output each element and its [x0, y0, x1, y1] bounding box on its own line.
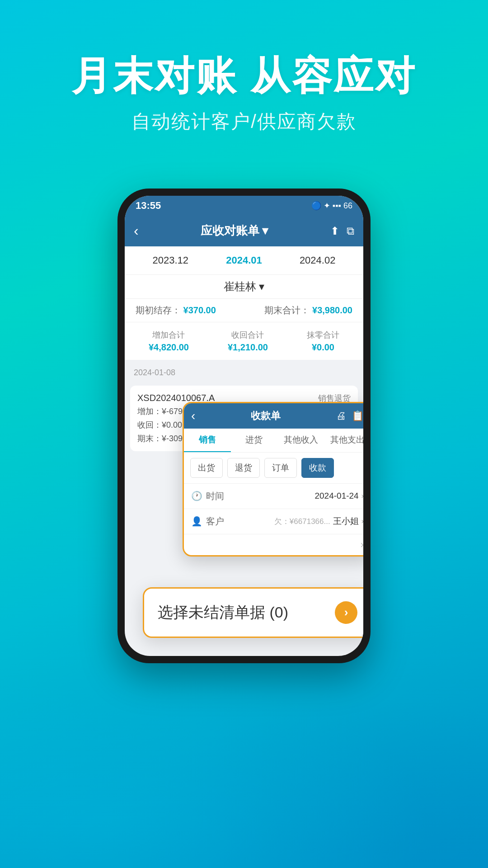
- payment-type-row: 出货 退货 订单 收款: [184, 453, 363, 483]
- stat-add: 增加合计 ¥4,820.00: [149, 330, 189, 353]
- tab-other-expense[interactable]: 其他支出: [324, 429, 364, 452]
- phone-screen: 13:55 🔵 ✦ ▪▪▪ 66 ‹ 应收对账单 ▾ ⬆ ⧉ 2023.12 2…: [125, 196, 363, 656]
- more-row[interactable]: ›: [184, 534, 363, 555]
- stat-zero: 抹零合计 ¥0.00: [307, 330, 339, 353]
- customer-debt: 欠：¥6671366...: [274, 516, 330, 527]
- stats-row: 增加合计 ¥4,820.00 收回合计 ¥1,210.00 抹零合计 ¥0.00: [125, 322, 363, 363]
- status-icons: 🔵 ✦ ▪▪▪ 66: [311, 201, 352, 211]
- date-tab-2024-02[interactable]: 2024.02: [300, 255, 336, 266]
- payment-card: ‹ 收款单 🖨 📋 销售 进货 其他收入 其他支出 出货 退货 订单: [183, 402, 363, 557]
- background-wave: [0, 642, 488, 868]
- tab-sales[interactable]: 销售: [184, 429, 231, 452]
- customer-row[interactable]: 崔桂林 ▾: [125, 275, 363, 299]
- payment-tabs: 销售 进货 其他收入 其他支出: [184, 429, 363, 453]
- back-button[interactable]: ‹: [134, 222, 139, 239]
- type-btn-delivery[interactable]: 出货: [190, 458, 223, 478]
- bottom-card-arrow[interactable]: ›: [335, 601, 357, 624]
- customer-icon: 👤: [191, 516, 202, 527]
- tab-other-income[interactable]: 其他收入: [277, 429, 324, 452]
- type-btn-return[interactable]: 退货: [227, 458, 260, 478]
- phone-container: 13:55 🔵 ✦ ▪▪▪ 66 ‹ 应收对账单 ▾ ⬆ ⧉ 2023.12 2…: [0, 189, 488, 663]
- more-chevron: ›: [361, 539, 363, 550]
- type-btn-payment[interactable]: 收款: [301, 458, 334, 478]
- customer-chevron: ›: [361, 517, 363, 525]
- customer-name: 崔桂林: [224, 279, 256, 294]
- payment-field-customer[interactable]: 👤 客户 欠：¥6671366... 王小姐 ›: [184, 509, 363, 534]
- export-icon[interactable]: ⬆: [330, 225, 339, 237]
- date-tab-2023-12[interactable]: 2023.12: [153, 255, 189, 266]
- main-title: 月末对账 从容应对: [0, 54, 488, 98]
- bottom-card-text: 选择未结清单据 (0): [158, 602, 288, 623]
- nav-bar: ‹ 应收对账单 ▾ ⬆ ⧉: [125, 216, 363, 246]
- time-value: 2024-01-24 ›: [314, 491, 363, 501]
- payment-field-time[interactable]: 🕐 时间 2024-01-24 ›: [184, 483, 363, 509]
- customer-value: 欠：¥6671366... 王小姐 ›: [274, 515, 363, 527]
- time-icon: 🕐: [191, 491, 202, 501]
- filter-icon[interactable]: ⧉: [347, 225, 354, 237]
- phone-frame: 13:55 🔵 ✦ ▪▪▪ 66 ‹ 应收对账单 ▾ ⬆ ⧉ 2023.12 2…: [117, 189, 371, 663]
- stat-collect: 收回合计 ¥1,210.00: [228, 330, 268, 353]
- time-label: 🕐 时间: [191, 490, 224, 502]
- nav-actions: ⬆ ⧉: [330, 225, 354, 237]
- closing-balance: 期末合计： ¥3,980.00: [264, 304, 352, 316]
- customer-label: 👤 客户: [191, 515, 224, 528]
- payment-print-icon[interactable]: 🖨: [336, 410, 346, 422]
- customer-dropdown-icon[interactable]: ▾: [259, 280, 264, 293]
- status-bar: 13:55 🔵 ✦ ▪▪▪ 66: [125, 196, 363, 216]
- header-section: 月末对账 从容应对 自动统计客户/供应商欠款: [0, 0, 488, 161]
- date-tabs: 2023.12 2024.01 2024.02: [125, 246, 363, 275]
- payment-title: 收款单: [251, 409, 281, 423]
- nav-title: 应收对账单 ▾: [201, 223, 268, 239]
- time-chevron: ›: [361, 492, 363, 500]
- sub-title: 自动统计客户/供应商欠款: [0, 109, 488, 134]
- payment-doc-icon[interactable]: 📋: [352, 410, 363, 422]
- bottom-card[interactable]: 选择未结清单据 (0) ›: [143, 587, 363, 638]
- date-divider: 2024-01-08: [125, 363, 363, 382]
- type-btn-order[interactable]: 订单: [264, 458, 297, 478]
- tab-purchase[interactable]: 进货: [231, 429, 278, 452]
- payment-back-icon[interactable]: ‹: [191, 409, 195, 423]
- status-time: 13:55: [136, 200, 161, 212]
- payment-nav: ‹ 收款单 🖨 📋: [184, 403, 363, 429]
- date-tab-2024-01[interactable]: 2024.01: [226, 255, 262, 266]
- trans-id: XSD2024010067.A: [137, 393, 215, 403]
- opening-balance: 期初结存： ¥370.00: [136, 304, 216, 316]
- payment-nav-actions: 🖨 📋: [336, 410, 363, 422]
- dropdown-icon[interactable]: ▾: [262, 224, 268, 238]
- balance-row: 期初结存： ¥370.00 期末合计： ¥3,980.00: [125, 299, 363, 322]
